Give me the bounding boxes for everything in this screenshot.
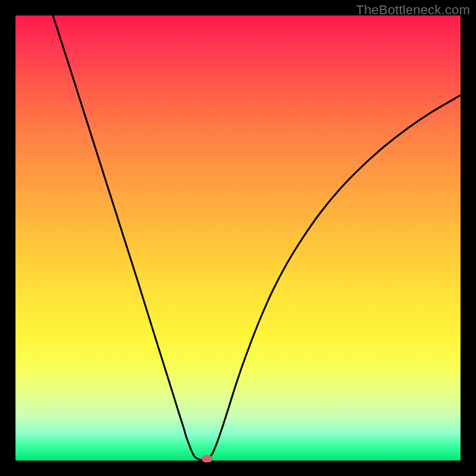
optimal-marker [202,455,212,462]
curve-path [53,15,461,460]
watermark-text: TheBottleneck.com [356,2,470,18]
bottleneck-curve [15,15,461,461]
gradient-panel [15,15,461,461]
